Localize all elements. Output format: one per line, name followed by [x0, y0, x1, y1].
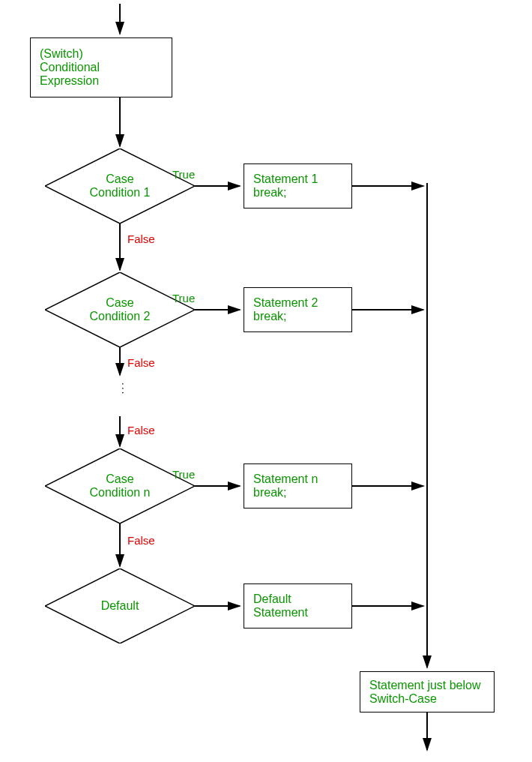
- case-n-line1: Case: [106, 472, 133, 486]
- false-label-2: False: [127, 356, 155, 369]
- false-label-1: False: [127, 232, 155, 245]
- stmt-1-line2: break;: [253, 186, 342, 200]
- false-label-n: False: [127, 534, 155, 547]
- stmt-2-line2: break;: [253, 310, 342, 323]
- start-line2: Conditional: [40, 61, 163, 74]
- default-stmt-line2: Statement: [253, 606, 342, 620]
- ellipsis: ···: [118, 382, 130, 396]
- start-box: (Switch) Conditional Expression: [30, 38, 172, 98]
- stmt-n-line1: Statement n: [253, 472, 342, 486]
- case-n-line2: Condition n: [90, 486, 151, 500]
- start-line1: (Switch): [40, 47, 163, 61]
- stmt-1-line1: Statement 1: [253, 172, 342, 186]
- stmt-box-default: Default Statement: [244, 584, 352, 628]
- stmt-box-2: Statement 2 break;: [244, 287, 352, 332]
- default-stmt-line1: Default: [253, 592, 342, 606]
- default-label: Default: [101, 599, 139, 613]
- case-1-line1: Case: [106, 172, 133, 186]
- case-2-line2: Condition 2: [90, 310, 151, 323]
- diamond-case-1: Case Condition 1: [45, 148, 195, 224]
- true-label-n: True: [172, 468, 195, 481]
- diamond-default: Default: [45, 568, 195, 644]
- diamond-case-n: Case Condition n: [45, 448, 195, 524]
- stmt-box-n: Statement n break;: [244, 464, 352, 508]
- stmt-2-line1: Statement 2: [253, 296, 342, 310]
- diamond-case-2: Case Condition 2: [45, 272, 195, 347]
- stmt-n-line2: break;: [253, 486, 342, 500]
- start-line3: Expression: [40, 74, 163, 88]
- false-label-dots: False: [127, 424, 155, 436]
- flow-arrows: [0, 0, 532, 762]
- end-box: Statement just below Switch-Case: [360, 671, 495, 712]
- stmt-box-1: Statement 1 break;: [244, 164, 352, 208]
- true-label-2: True: [172, 292, 195, 304]
- true-label-1: True: [172, 168, 195, 181]
- case-2-line1: Case: [106, 296, 133, 310]
- case-1-line2: Condition 1: [90, 186, 151, 200]
